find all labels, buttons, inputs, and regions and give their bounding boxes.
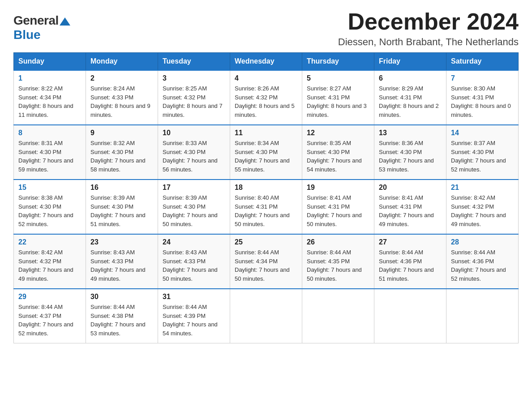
calendar-week-row: 8Sunrise: 8:31 AMSunset: 4:30 PMDaylight… bbox=[14, 125, 519, 180]
day-info: Sunrise: 8:41 AMSunset: 4:31 PMDaylight:… bbox=[379, 193, 442, 228]
calendar-day-cell bbox=[230, 289, 302, 343]
day-number: 14 bbox=[451, 129, 514, 137]
calendar-day-cell: 4Sunrise: 8:26 AMSunset: 4:32 PMDaylight… bbox=[230, 70, 302, 125]
calendar-table: SundayMondayTuesdayWednesdayThursdayFrid… bbox=[13, 52, 519, 343]
day-number: 15 bbox=[18, 184, 81, 192]
day-number: 2 bbox=[90, 74, 153, 82]
logo-general: General bbox=[13, 13, 70, 28]
calendar-day-cell: 12Sunrise: 8:35 AMSunset: 4:30 PMDayligh… bbox=[302, 125, 374, 180]
calendar-day-cell bbox=[302, 289, 374, 343]
day-info: Sunrise: 8:22 AMSunset: 4:34 PMDaylight:… bbox=[18, 84, 81, 119]
day-number: 8 bbox=[18, 129, 81, 137]
calendar-day-cell: 15Sunrise: 8:38 AMSunset: 4:30 PMDayligh… bbox=[14, 180, 86, 234]
calendar-day-cell: 9Sunrise: 8:32 AMSunset: 4:30 PMDaylight… bbox=[86, 125, 158, 180]
day-number: 25 bbox=[235, 238, 297, 246]
day-info: Sunrise: 8:29 AMSunset: 4:31 PMDaylight:… bbox=[379, 84, 442, 119]
day-info: Sunrise: 8:30 AMSunset: 4:31 PMDaylight:… bbox=[451, 84, 514, 119]
calendar-day-cell: 29Sunrise: 8:44 AMSunset: 4:37 PMDayligh… bbox=[14, 289, 86, 343]
calendar-day-cell: 22Sunrise: 8:42 AMSunset: 4:32 PMDayligh… bbox=[14, 234, 86, 289]
calendar-header-row: SundayMondayTuesdayWednesdayThursdayFrid… bbox=[14, 53, 519, 71]
calendar-day-cell: 17Sunrise: 8:39 AMSunset: 4:30 PMDayligh… bbox=[158, 180, 230, 234]
calendar-day-cell: 5Sunrise: 8:27 AMSunset: 4:31 PMDaylight… bbox=[302, 70, 374, 125]
day-info: Sunrise: 8:42 AMSunset: 4:32 PMDaylight:… bbox=[18, 248, 81, 283]
day-info: Sunrise: 8:42 AMSunset: 4:32 PMDaylight:… bbox=[451, 193, 514, 228]
calendar-day-cell: 7Sunrise: 8:30 AMSunset: 4:31 PMDaylight… bbox=[446, 70, 519, 125]
calendar-header-friday: Friday bbox=[374, 53, 446, 71]
location-subtitle: Diessen, North Brabant, The Netherlands bbox=[338, 36, 519, 48]
day-info: Sunrise: 8:43 AMSunset: 4:33 PMDaylight:… bbox=[163, 248, 225, 283]
logo-triangle-icon bbox=[60, 17, 70, 26]
calendar-day-cell: 19Sunrise: 8:41 AMSunset: 4:31 PMDayligh… bbox=[302, 180, 374, 234]
calendar-day-cell: 3Sunrise: 8:25 AMSunset: 4:32 PMDaylight… bbox=[158, 70, 230, 125]
day-number: 7 bbox=[451, 74, 514, 82]
calendar-header-wednesday: Wednesday bbox=[230, 53, 302, 71]
calendar-day-cell: 30Sunrise: 8:44 AMSunset: 4:38 PMDayligh… bbox=[86, 289, 158, 343]
day-info: Sunrise: 8:35 AMSunset: 4:30 PMDaylight:… bbox=[307, 139, 369, 174]
calendar-day-cell: 31Sunrise: 8:44 AMSunset: 4:39 PMDayligh… bbox=[158, 289, 230, 343]
calendar-day-cell: 6Sunrise: 8:29 AMSunset: 4:31 PMDaylight… bbox=[374, 70, 446, 125]
calendar-day-cell: 26Sunrise: 8:44 AMSunset: 4:35 PMDayligh… bbox=[302, 234, 374, 289]
calendar-day-cell bbox=[446, 289, 519, 343]
day-number: 23 bbox=[90, 238, 153, 246]
day-info: Sunrise: 8:44 AMSunset: 4:37 PMDaylight:… bbox=[18, 303, 81, 338]
calendar-header-saturday: Saturday bbox=[446, 53, 519, 71]
day-info: Sunrise: 8:44 AMSunset: 4:35 PMDaylight:… bbox=[307, 248, 369, 283]
calendar-day-cell: 20Sunrise: 8:41 AMSunset: 4:31 PMDayligh… bbox=[374, 180, 446, 234]
day-number: 10 bbox=[163, 129, 225, 137]
logo-general-text: General bbox=[13, 13, 59, 28]
calendar-day-cell bbox=[374, 289, 446, 343]
logo: General Blue bbox=[13, 9, 70, 42]
day-info: Sunrise: 8:32 AMSunset: 4:30 PMDaylight:… bbox=[90, 139, 153, 174]
day-info: Sunrise: 8:39 AMSunset: 4:30 PMDaylight:… bbox=[90, 193, 153, 228]
day-info: Sunrise: 8:37 AMSunset: 4:30 PMDaylight:… bbox=[451, 139, 514, 174]
calendar-day-cell: 24Sunrise: 8:43 AMSunset: 4:33 PMDayligh… bbox=[158, 234, 230, 289]
day-info: Sunrise: 8:39 AMSunset: 4:30 PMDaylight:… bbox=[163, 193, 225, 228]
calendar-day-cell: 28Sunrise: 8:44 AMSunset: 4:36 PMDayligh… bbox=[446, 234, 519, 289]
day-number: 19 bbox=[307, 184, 369, 192]
day-number: 16 bbox=[90, 184, 153, 192]
calendar-day-cell: 23Sunrise: 8:43 AMSunset: 4:33 PMDayligh… bbox=[86, 234, 158, 289]
day-number: 6 bbox=[379, 74, 442, 82]
day-info: Sunrise: 8:44 AMSunset: 4:39 PMDaylight:… bbox=[163, 303, 225, 338]
calendar-day-cell: 27Sunrise: 8:44 AMSunset: 4:36 PMDayligh… bbox=[374, 234, 446, 289]
day-number: 9 bbox=[90, 129, 153, 137]
day-info: Sunrise: 8:27 AMSunset: 4:31 PMDaylight:… bbox=[307, 84, 369, 119]
day-info: Sunrise: 8:34 AMSunset: 4:30 PMDaylight:… bbox=[235, 139, 297, 174]
day-info: Sunrise: 8:43 AMSunset: 4:33 PMDaylight:… bbox=[90, 248, 153, 283]
day-number: 3 bbox=[163, 74, 225, 82]
day-number: 28 bbox=[451, 238, 514, 246]
calendar-header-thursday: Thursday bbox=[302, 53, 374, 71]
day-number: 11 bbox=[235, 129, 297, 137]
day-info: Sunrise: 8:36 AMSunset: 4:30 PMDaylight:… bbox=[379, 139, 442, 174]
day-number: 18 bbox=[235, 184, 297, 192]
calendar-week-row: 29Sunrise: 8:44 AMSunset: 4:37 PMDayligh… bbox=[14, 289, 519, 343]
calendar-day-cell: 14Sunrise: 8:37 AMSunset: 4:30 PMDayligh… bbox=[446, 125, 519, 180]
calendar-day-cell: 25Sunrise: 8:44 AMSunset: 4:34 PMDayligh… bbox=[230, 234, 302, 289]
calendar-day-cell: 2Sunrise: 8:24 AMSunset: 4:33 PMDaylight… bbox=[86, 70, 158, 125]
calendar-header-tuesday: Tuesday bbox=[158, 53, 230, 71]
calendar-day-cell: 8Sunrise: 8:31 AMSunset: 4:30 PMDaylight… bbox=[14, 125, 86, 180]
calendar-header-sunday: Sunday bbox=[14, 53, 86, 71]
day-info: Sunrise: 8:26 AMSunset: 4:32 PMDaylight:… bbox=[235, 84, 297, 119]
day-number: 12 bbox=[307, 129, 369, 137]
day-info: Sunrise: 8:31 AMSunset: 4:30 PMDaylight:… bbox=[18, 139, 81, 174]
day-info: Sunrise: 8:44 AMSunset: 4:38 PMDaylight:… bbox=[90, 303, 153, 338]
calendar-header-monday: Monday bbox=[86, 53, 158, 71]
day-info: Sunrise: 8:44 AMSunset: 4:34 PMDaylight:… bbox=[235, 248, 297, 283]
calendar-day-cell: 11Sunrise: 8:34 AMSunset: 4:30 PMDayligh… bbox=[230, 125, 302, 180]
calendar-day-cell: 10Sunrise: 8:33 AMSunset: 4:30 PMDayligh… bbox=[158, 125, 230, 180]
calendar-week-row: 22Sunrise: 8:42 AMSunset: 4:32 PMDayligh… bbox=[14, 234, 519, 289]
calendar-day-cell: 18Sunrise: 8:40 AMSunset: 4:31 PMDayligh… bbox=[230, 180, 302, 234]
day-number: 27 bbox=[379, 238, 442, 246]
calendar-week-row: 1Sunrise: 8:22 AMSunset: 4:34 PMDaylight… bbox=[14, 70, 519, 125]
calendar-week-row: 15Sunrise: 8:38 AMSunset: 4:30 PMDayligh… bbox=[14, 180, 519, 234]
day-info: Sunrise: 8:44 AMSunset: 4:36 PMDaylight:… bbox=[379, 248, 442, 283]
day-info: Sunrise: 8:41 AMSunset: 4:31 PMDaylight:… bbox=[307, 193, 369, 228]
logo-blue-text: Blue bbox=[13, 28, 41, 42]
month-title: December 2024 bbox=[338, 9, 519, 34]
day-number: 5 bbox=[307, 74, 369, 82]
day-number: 13 bbox=[379, 129, 442, 137]
calendar-day-cell: 16Sunrise: 8:39 AMSunset: 4:30 PMDayligh… bbox=[86, 180, 158, 234]
day-number: 24 bbox=[163, 238, 225, 246]
day-info: Sunrise: 8:44 AMSunset: 4:36 PMDaylight:… bbox=[451, 248, 514, 283]
